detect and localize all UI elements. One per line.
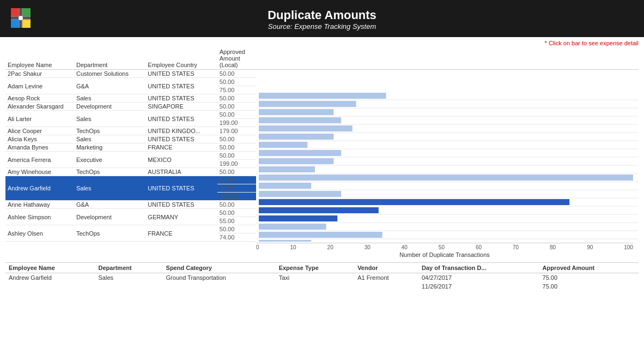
dept-cell: Development (74, 103, 145, 111)
table-row[interactable]: Alicia KeysSalesUNITED STATES50.00 (5, 135, 256, 143)
detail-cell: 04/27/2017 (418, 273, 539, 283)
amount-cell: 50.00 (217, 209, 256, 217)
table-row[interactable]: Alexander SkarsgardDevelopmentSINGAPORE5… (5, 103, 256, 111)
detail-cell (95, 282, 163, 291)
country-cell: UNITED STATES (145, 78, 217, 94)
table-row[interactable]: Alice CooperTechOpsUNITED KINGDO...179.0… (5, 127, 256, 135)
col-country: Employee Country (145, 47, 217, 70)
employee-name-cell: Amy Winehouse (5, 168, 74, 176)
employee-name-cell: America Ferrera (5, 152, 74, 168)
country-cell: MEXICO (145, 152, 217, 168)
employee-name-cell: Ali Larter (5, 111, 74, 127)
table-row[interactable]: Ali LarterSalesUNITED STATES50.00 (5, 111, 256, 119)
bar[interactable] (259, 166, 315, 172)
detail-cell: 75.00 (539, 273, 639, 283)
x-axis-title: Number of Duplicate Transactions (256, 251, 633, 258)
amount-cell: 199.00 (217, 160, 256, 168)
amount-cell: 50.00 (217, 176, 256, 184)
svg-rect-1 (22, 8, 31, 17)
employee-name-cell: Adam Levine (5, 78, 74, 94)
country-cell: UNITED STATES (145, 111, 217, 127)
employee-name-cell: Alexander Skarsgard (5, 103, 74, 111)
bar[interactable] (259, 117, 341, 123)
main-content: * Click on bar to see expense detail Emp… (0, 37, 644, 293)
country-cell: FRANCE (145, 225, 217, 242)
amount-cell: 50.00 (217, 168, 256, 176)
bar[interactable] (259, 207, 379, 213)
logo (11, 8, 31, 29)
col-department: Department (74, 47, 145, 70)
employee-name-cell: 2Pac Shakur (5, 70, 74, 78)
amount-cell: 75.00 (217, 86, 256, 94)
bar[interactable] (259, 93, 386, 99)
table-row[interactable]: Amy WinehouseTechOpsAUSTRALIA50.00 (5, 168, 256, 176)
country-cell: UNITED KINGDO... (145, 127, 217, 135)
bar[interactable] (259, 109, 333, 115)
bar[interactable] (259, 215, 337, 221)
detail-cell: Taxi (276, 273, 354, 283)
table-row[interactable]: Ashley OlsenTechOpsFRANCE50.00 (5, 225, 256, 233)
click-hint: * Click on bar to see expense detail (5, 40, 639, 46)
x-axis-label: 20 (327, 244, 333, 250)
bars-chart (256, 47, 639, 242)
svg-rect-2 (11, 19, 20, 28)
table-row[interactable]: America FerreraExecutiveMEXICO50.00 (5, 152, 256, 160)
bar[interactable] (259, 150, 341, 156)
dept-cell: Sales (74, 111, 145, 127)
bar[interactable] (259, 142, 307, 148)
x-axis-label: 30 (364, 244, 370, 250)
dept-cell: Customer Solutions (74, 70, 145, 78)
bar[interactable] (259, 199, 569, 205)
detail-col-header: Vendor (354, 263, 418, 273)
header: Duplicate Amounts Source: Expense Tracki… (0, 0, 644, 37)
table-row[interactable]: 2Pac ShakurCustomer SolutionsUNITED STAT… (5, 70, 256, 78)
detail-cell (354, 282, 418, 291)
bar[interactable] (259, 240, 311, 242)
amount-cell: 50.00 (217, 201, 256, 209)
bar[interactable] (259, 101, 356, 107)
bar[interactable] (259, 183, 311, 189)
table-row[interactable]: Ashlee SimpsonDevelopmentGERMANY50.00 (5, 209, 256, 217)
table-row[interactable]: Anne HathawayG&AUNITED STATES50.00 (5, 201, 256, 209)
table-row[interactable]: Aesop RockSalesUNITED STATES50.00 (5, 94, 256, 103)
country-cell: UNITED STATES (145, 176, 217, 201)
amount-cell: 50.00 (217, 225, 256, 233)
detail-col-header: Expense Type (276, 263, 354, 273)
dept-cell: Executive (74, 152, 145, 168)
amount-cell: 74.00 (217, 233, 256, 242)
x-axis-label: 70 (513, 244, 519, 250)
amount-cell: 50.00 (217, 94, 256, 103)
data-table: Employee Name Department Employee Countr… (5, 47, 256, 242)
detail-cell: A1 Fremont (354, 273, 418, 283)
bar[interactable] (259, 125, 353, 131)
amount-cell: 199.00 (217, 119, 256, 127)
detail-cell (5, 282, 95, 291)
detail-col-header: Spend Category (163, 263, 276, 273)
bar[interactable] (259, 191, 341, 197)
x-axis-area: 0102030405060708090100 Number of Duplica… (5, 243, 639, 258)
bar[interactable] (259, 134, 333, 140)
detail-table: Employee NameDepartmentSpend CategoryExp… (5, 263, 639, 291)
dept-cell: Marketing (74, 143, 145, 152)
amount-cell: 50.00 (217, 111, 256, 119)
table-row[interactable]: Andrew GarfieldSalesUNITED STATES50.00 (5, 176, 256, 184)
bar[interactable] (259, 175, 633, 181)
country-cell: AUSTRALIA (145, 168, 217, 176)
detail-row: Andrew GarfieldSalesGround Transportatio… (5, 273, 639, 283)
bar[interactable] (259, 158, 333, 164)
detail-cell: 75.00 (539, 282, 639, 291)
table-row[interactable]: Adam LevineG&AUNITED STATES50.00 (5, 78, 256, 86)
bars-section (256, 47, 639, 242)
svg-rect-3 (22, 19, 31, 28)
amount-cell: 179.00 (217, 127, 256, 135)
table-section: Employee Name Department Employee Countr… (5, 47, 256, 242)
bar[interactable] (259, 232, 382, 238)
table-row[interactable]: Amanda BynesMarketingFRANCE50.00 (5, 143, 256, 152)
detail-section: Employee NameDepartmentSpend CategoryExp… (5, 262, 639, 291)
employee-name-cell: Alice Cooper (5, 127, 74, 135)
svg-point-6 (19, 16, 23, 20)
bar[interactable] (259, 224, 326, 230)
dept-cell: Sales (74, 94, 145, 103)
amount-cell: 50.00 (217, 78, 256, 86)
country-cell: UNITED STATES (145, 94, 217, 103)
